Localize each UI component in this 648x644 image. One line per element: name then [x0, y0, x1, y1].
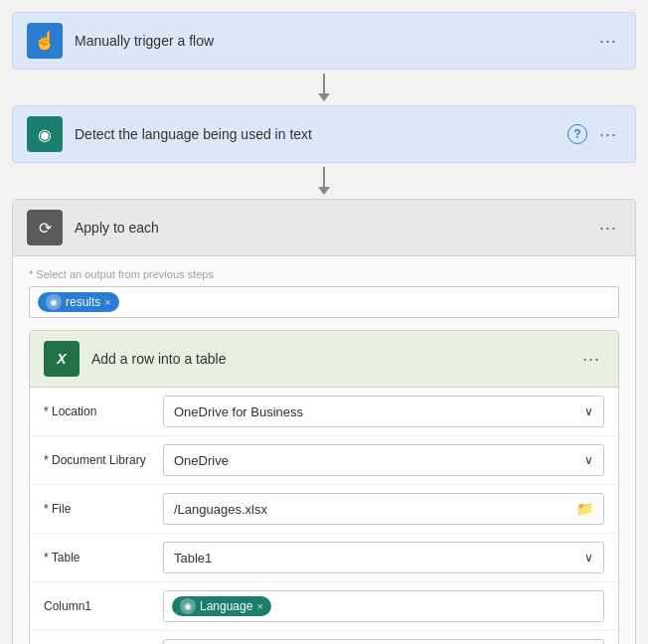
file-input[interactable]: /Languages.xlsx 📁	[163, 493, 604, 525]
field-doclibrary-control[interactable]: OneDrive ∨	[163, 444, 604, 476]
field-doclibrary-label: * Document Library	[44, 453, 163, 467]
language-token-icon: ◉	[180, 598, 196, 614]
field-location-label: * Location	[44, 404, 163, 418]
field-table-label: * Table	[44, 551, 163, 564]
field-column1: Column1 ◉ Language ×	[30, 582, 618, 631]
doclibrary-value: OneDrive	[174, 453, 229, 468]
detect-title: Detect the language being used in text	[75, 126, 567, 142]
file-value: /Languages.xlsx	[174, 502, 267, 517]
table-value: Table1	[174, 551, 212, 565]
field-column2-control[interactable]: ◉ Confidence sco... ×	[163, 639, 604, 644]
select-output-section: * Select an output from previous steps ◉…	[29, 268, 619, 318]
detect-dots-button[interactable]: ···	[595, 122, 621, 147]
column1-input[interactable]: ◉ Language ×	[163, 590, 604, 622]
apply-each-icon: ⟳	[27, 210, 63, 245]
add-row-body: * Location OneDrive for Business ∨ * D	[30, 388, 618, 644]
trigger-icon: ☝	[27, 23, 63, 59]
apply-each-title: Apply to each	[75, 220, 595, 236]
field-column1-control[interactable]: ◉ Language ×	[163, 590, 604, 622]
trigger-actions: ···	[595, 29, 621, 54]
field-file-control[interactable]: /Languages.xlsx 📁	[163, 493, 604, 525]
add-row-actions: ···	[578, 347, 604, 372]
apply-each-dots-button[interactable]: ···	[595, 216, 621, 241]
table-dropdown[interactable]: Table1 ∨	[163, 542, 604, 573]
field-table-control[interactable]: Table1 ∨	[163, 542, 604, 573]
add-row-header: X Add a row into a table ···	[30, 331, 618, 388]
language-token: ◉ Language ×	[172, 596, 271, 616]
file-folder-icon: 📁	[576, 501, 593, 517]
doclibrary-arrow: ∨	[584, 453, 593, 467]
add-row-card: X Add a row into a table ··· * Location	[29, 330, 619, 644]
trigger-dots-button[interactable]: ···	[595, 29, 621, 54]
field-location-control[interactable]: OneDrive for Business ∨	[163, 396, 604, 427]
field-file-label: * File	[44, 502, 163, 516]
language-token-remove[interactable]: ×	[256, 600, 262, 612]
add-row-icon: X	[44, 341, 80, 377]
column2-input[interactable]: ◉ Confidence sco... ×	[163, 639, 604, 644]
select-output-input[interactable]: ◉ results ×	[29, 286, 619, 318]
table-arrow: ∨	[584, 551, 593, 564]
results-token-text: results	[66, 295, 100, 309]
trigger-card: ☝ Manually trigger a flow ···	[12, 12, 636, 70]
arrow-1	[318, 70, 330, 105]
language-token-text: Language	[200, 599, 252, 613]
field-file: * File /Languages.xlsx 📁	[30, 485, 618, 534]
location-dropdown[interactable]: OneDrive for Business ∨	[163, 396, 604, 427]
location-value: OneDrive for Business	[174, 404, 303, 419]
trigger-title: Manually trigger a flow	[75, 33, 595, 49]
flow-canvas: ☝ Manually trigger a flow ··· ◉ Detect t…	[12, 12, 636, 644]
field-table: * Table Table1 ∨	[30, 534, 618, 582]
field-column2: Column2 ◉ Confidence sco... ×	[30, 631, 618, 644]
location-arrow: ∨	[584, 404, 593, 418]
apply-each-actions: ···	[595, 216, 621, 241]
results-token-icon: ◉	[46, 294, 62, 310]
results-token-remove[interactable]: ×	[104, 296, 110, 308]
detect-card: ◉ Detect the language being used in text…	[12, 105, 636, 163]
field-location: * Location OneDrive for Business ∨	[30, 388, 618, 436]
select-output-label: * Select an output from previous steps	[29, 268, 619, 280]
add-row-title: Add a row into a table	[91, 351, 578, 367]
arrow-2	[318, 163, 330, 199]
field-doclibrary: * Document Library OneDrive ∨	[30, 436, 618, 485]
apply-each-container: ⟳ Apply to each ··· * Select an output f…	[12, 199, 636, 644]
add-row-dots-button[interactable]: ···	[578, 347, 604, 372]
results-token: ◉ results ×	[38, 292, 119, 312]
apply-each-body: * Select an output from previous steps ◉…	[13, 256, 635, 644]
help-icon[interactable]: ?	[567, 124, 587, 144]
field-column1-label: Column1	[44, 599, 163, 613]
detect-icon: ◉	[27, 116, 63, 152]
detect-actions: ? ···	[567, 122, 621, 147]
doclibrary-dropdown[interactable]: OneDrive ∨	[163, 444, 604, 476]
apply-each-header: ⟳ Apply to each ···	[13, 200, 635, 256]
